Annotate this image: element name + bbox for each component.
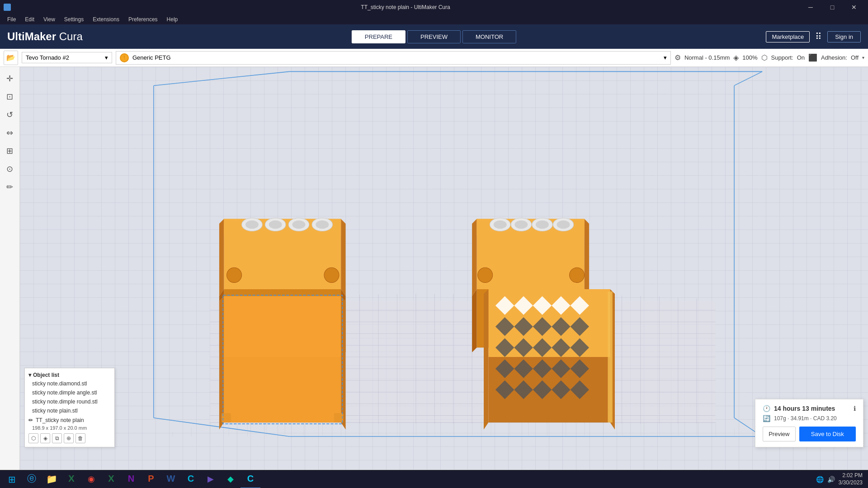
open-folder-button[interactable]: 📂 [4,51,18,65]
maximize-button[interactable]: □ [822,0,843,14]
move-tool[interactable]: ✛ [2,70,18,87]
app-logo: UltiMaker Cura [7,30,83,43]
menu-file[interactable]: File [4,15,19,23]
action-duplicate[interactable]: ⊕ [64,433,74,443]
support-value: On [797,54,805,61]
print-info-panel: 🕐 14 hours 13 minutes ℹ 🔄 107g · 34.91m … [755,399,863,447]
save-to-disk-button[interactable]: Save to Disk [799,427,856,441]
object-list-header[interactable]: ▾ Object list [25,371,114,379]
scale-tool[interactable]: ⊡ [2,89,18,105]
action-mesh[interactable]: ◈ [40,433,50,443]
ppt-icon: P [148,474,154,484]
svg-point-60 [292,221,305,229]
taskbar-right: 🌐 🔊 2:02 PM 3/30/2023 [816,472,866,486]
menu-edit[interactable]: Edit [21,15,38,23]
list-item-diamond[interactable]: sticky note.diamond.stl [25,379,114,388]
svg-rect-117 [608,291,612,422]
left-sidebar: ✛ ⊡ ↺ ⇔ ⊞ ⊙ ✏ [0,67,20,488]
print-time-row: 🕐 14 hours 13 minutes ℹ [763,405,856,412]
printer-selector[interactable]: Tevo Tornado #2 ▾ [22,52,112,63]
green-app-icon: X [68,474,74,484]
svg-marker-8 [154,422,762,436]
toolbar-right: Marketplace ⠿ Sign in [766,31,861,42]
svg-marker-66 [585,219,589,296]
svg-marker-67 [472,219,476,296]
tab-prepare[interactable]: PREPARE [352,30,406,43]
app-icon [4,4,11,11]
action-copy[interactable]: ⧉ [52,433,62,443]
svg-rect-87 [334,413,344,422]
list-item-dimple-round[interactable]: sticky note.dimple round.stl [25,397,114,406]
minimize-button[interactable]: ─ [800,0,821,14]
clock-time: 2:02 PM [839,472,863,479]
svg-marker-91 [484,289,488,430]
settings-expand-arrow[interactable]: ▾ [862,55,864,60]
selected-object-info: ✏ TT_sticky note plain [25,415,114,425]
settings-icon: ⚙ [675,53,681,62]
taskbar-word[interactable]: W [161,470,181,488]
print-details: 107g · 34.91m · CAD 3.20 [774,415,837,422]
taskbar-arrow-app[interactable]: ▶ [201,470,221,488]
object-actions: ⬡ ◈ ⧉ ⊕ 🗑 [25,432,114,444]
material-dropdown-arrow: ▾ [664,54,667,61]
taskbar-ie[interactable]: ⓔ [22,470,42,488]
diamond-app-icon: ◆ [227,474,234,484]
taskbar-green-app[interactable]: X [61,470,81,488]
tab-monitor[interactable]: MONITOR [462,30,516,43]
object-dimensions: 198.9 x 197.0 x 20.0 mm [25,425,114,431]
print-settings-group: ⚙ Normal - 0.15mm ◈ 100% ⬡ Support: On ⬛… [675,53,864,62]
material-selector[interactable]: ! Generic PETG ▾ [116,51,671,65]
adhesion-icon: ⬛ [808,53,817,62]
preview-button[interactable]: Preview [763,427,796,441]
windows-logo-icon: ⊞ [8,474,16,485]
taskbar-diamond-app[interactable]: ◆ [221,470,241,488]
menu-settings[interactable]: Settings [61,15,87,23]
adhesion-value: Off [851,54,859,61]
collapse-arrow: ▾ [28,372,31,378]
taskbar-blue-c[interactable]: C [181,470,201,488]
per-model-tool[interactable]: ⊞ [2,143,18,159]
word-icon: W [167,474,175,484]
support-icon: ⬡ [761,53,768,62]
close-button[interactable]: ✕ [844,0,864,14]
paint-tool[interactable]: ✏ [2,179,18,195]
taskbar-chrome[interactable]: ◉ [81,470,101,488]
quality-label: Normal - 0.15mm [684,54,730,61]
taskbar-excel[interactable]: X [101,470,121,488]
printer-dropdown-arrow: ▾ [105,54,108,61]
action-delete[interactable]: 🗑 [75,433,85,443]
taskbar-powerpoint[interactable]: P [141,470,161,488]
rotate-tool[interactable]: ↺ [2,107,18,123]
taskbar-onenote[interactable]: N [121,470,141,488]
tab-preview[interactable]: PREVIEW [407,30,461,43]
apps-grid-icon[interactable]: ⠿ [815,31,822,42]
edit-icon: ✏ [28,417,33,423]
action-3d[interactable]: ⬡ [28,433,38,443]
support-tool[interactable]: ⊙ [2,161,18,177]
mirror-tool[interactable]: ⇔ [2,125,18,141]
menu-preferences[interactable]: Preferences [125,15,161,23]
windows-start-button[interactable]: ⊞ [2,470,22,488]
viewport[interactable]: ▾ Object list sticky note.diamond.stl st… [20,67,868,488]
secondary-toolbar: 📂 Tevo Tornado #2 ▾ ! Generic PETG ▾ ⚙ N… [0,49,868,67]
taskbar-explorer[interactable]: 📁 [42,470,61,488]
svg-point-76 [514,221,528,229]
svg-line-3 [734,71,762,85]
marketplace-button[interactable]: Marketplace [766,31,810,42]
material-icon: ! [120,53,129,62]
taskbar-clock: 2:02 PM 3/30/2023 [839,472,863,486]
list-item-plain[interactable]: sticky note plain.stl [25,406,114,415]
info-icon[interactable]: ℹ [854,405,856,412]
menubar: File Edit View Settings Extensions Prefe… [0,14,868,24]
taskbar-cura-app[interactable]: C [241,470,260,488]
clock-date: 3/30/2023 [839,479,863,487]
menu-view[interactable]: View [40,15,59,23]
nav-tabs: PREPARE PREVIEW MONITOR [352,30,516,43]
menu-extensions[interactable]: Extensions [89,15,123,23]
print-details-row: 🔄 107g · 34.91m · CAD 3.20 [763,415,856,422]
list-item-dimple-angle[interactable]: sticky note.dimple angle.stl [25,388,114,397]
svg-point-62 [227,267,242,282]
signin-button[interactable]: Sign in [827,31,861,42]
menu-help[interactable]: Help [163,15,182,23]
titlebar: TT_sticky note plain - UltiMaker Cura ─ … [0,0,868,14]
